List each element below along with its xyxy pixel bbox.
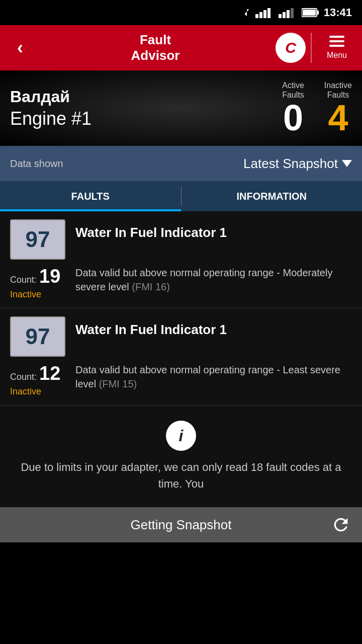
fault-code-2: 97 [26, 324, 50, 349]
dropdown-arrow-icon [342, 160, 352, 167]
bottom-bar: Getting Snapshot [0, 507, 362, 542]
fault-bottom-row-1: Count: 19 Inactive Data valid but above … [10, 266, 352, 300]
data-shown-value[interactable]: Latest Snapshot [243, 156, 352, 172]
fault-item-1[interactable]: 97 Water In Fuel Indicator 1 Count: 19 I… [0, 211, 362, 308]
info-icon: i [166, 421, 196, 451]
menu-label: Menu [327, 51, 347, 60]
svg-rect-9 [317, 11, 319, 15]
fault-count-label-1: Count: [10, 275, 39, 285]
svg-rect-3 [267, 8, 270, 18]
header-title-area: Fault Advisor [40, 32, 270, 63]
tabs-bar: FAULTS INFORMATION [0, 181, 362, 211]
fault-title-1: Water In Fuel Indicator 1 [75, 219, 227, 242]
fault-count-number-2: 12 [39, 363, 60, 384]
fault-count-area-2: Count: 12 Inactive [10, 363, 65, 397]
fault-code-box-2: 97 [10, 316, 65, 357]
back-button[interactable]: ‹ [0, 25, 40, 70]
refresh-icon-svg [331, 515, 351, 535]
faults-summary-area: ActiveFaults 0 InactiveFaults 4 [282, 80, 352, 136]
info-message: Due to limits in your adapter, we can on… [20, 459, 342, 492]
svg-rect-1 [259, 12, 262, 18]
menu-line [329, 36, 344, 38]
fault-item-2[interactable]: 97 Water In Fuel Indicator 1 Count: 12 I… [0, 308, 362, 406]
fault-status-1: Inactive [10, 289, 65, 300]
fault-description-1: Data valid but above normal operating ra… [75, 266, 352, 294]
cummins-icon: C [285, 39, 296, 56]
fault-count-area-1: Count: 19 Inactive [10, 266, 65, 300]
fault-code-box-1: 97 [10, 219, 65, 260]
tab-faults[interactable]: FAULTS [0, 181, 181, 211]
bluetooth-icon [241, 7, 252, 18]
svg-rect-5 [283, 12, 286, 18]
vehicle-name: Валдай [10, 88, 282, 106]
svg-rect-10 [303, 10, 316, 16]
data-shown-bar[interactable]: Data shown Latest Snapshot [0, 146, 362, 181]
fault-top-row-1: 97 Water In Fuel Indicator 1 [10, 219, 352, 260]
inactive-faults-count: 4 [328, 100, 348, 136]
active-faults-label: ActiveFaults [282, 80, 304, 100]
svg-rect-2 [263, 10, 266, 18]
refresh-button[interactable] [329, 514, 352, 536]
status-bar: 13:41 [0, 0, 362, 25]
fault-count-number-1: 19 [39, 266, 60, 287]
fault-top-row-2: 97 Water In Fuel Indicator 1 [10, 316, 352, 357]
svg-rect-7 [291, 8, 294, 18]
menu-button[interactable]: Menu [312, 25, 362, 70]
inactive-faults-box: InactiveFaults 4 [324, 80, 352, 136]
fault-bottom-row-2: Count: 12 Inactive Data valid but above … [10, 363, 352, 397]
fault-fmi-2: (FMI 15) [99, 378, 137, 389]
menu-lines-icon [329, 36, 344, 47]
active-faults-count: 0 [283, 100, 303, 136]
fault-status-2: Inactive [10, 386, 65, 397]
bottom-bar-label: Getting Snapshot [131, 517, 232, 533]
status-time: 13:41 [324, 6, 352, 19]
cummins-logo-area: C [270, 30, 311, 65]
tab-information[interactable]: INFORMATION [182, 181, 363, 211]
info-box: i Due to limits in your adapter, we can … [0, 406, 362, 507]
fault-fmi-1: (FMI 16) [132, 281, 170, 292]
fault-description-2: Data valid but above normal operating ra… [75, 363, 352, 391]
vehicle-info: Валдай Engine #1 ActiveFaults 0 Inactive… [0, 70, 362, 146]
info-i-symbol: i [179, 427, 184, 445]
back-arrow-icon: ‹ [17, 37, 23, 58]
data-shown-text: Latest Snapshot [243, 156, 338, 172]
app-header: ‹ Fault Advisor C Menu [0, 25, 362, 70]
svg-rect-4 [279, 14, 282, 18]
svg-rect-0 [255, 14, 258, 18]
signal-icon [255, 7, 276, 18]
vehicle-engine: Engine #1 [10, 108, 282, 129]
fault-code-1: 97 [26, 227, 50, 252]
tab-information-label: INFORMATION [236, 191, 307, 202]
fault-title-2: Water In Fuel Indicator 1 [75, 316, 227, 339]
vehicle-name-area: Валдай Engine #1 [10, 88, 282, 129]
cummins-logo: C [276, 33, 306, 63]
signal-icon2 [279, 7, 299, 18]
svg-rect-6 [287, 10, 290, 18]
status-icons [241, 7, 320, 18]
tab-faults-label: FAULTS [71, 191, 110, 202]
active-faults-box: ActiveFaults 0 [282, 80, 304, 136]
battery-icon [302, 7, 320, 18]
menu-line [329, 45, 344, 47]
header-title-line1: Fault [140, 32, 171, 48]
data-shown-label: Data shown [10, 158, 243, 170]
header-title-line2: Advisor [131, 48, 180, 63]
inactive-faults-label: InactiveFaults [324, 80, 352, 100]
fault-count-label-2: Count: [10, 372, 39, 382]
menu-line [329, 40, 344, 42]
